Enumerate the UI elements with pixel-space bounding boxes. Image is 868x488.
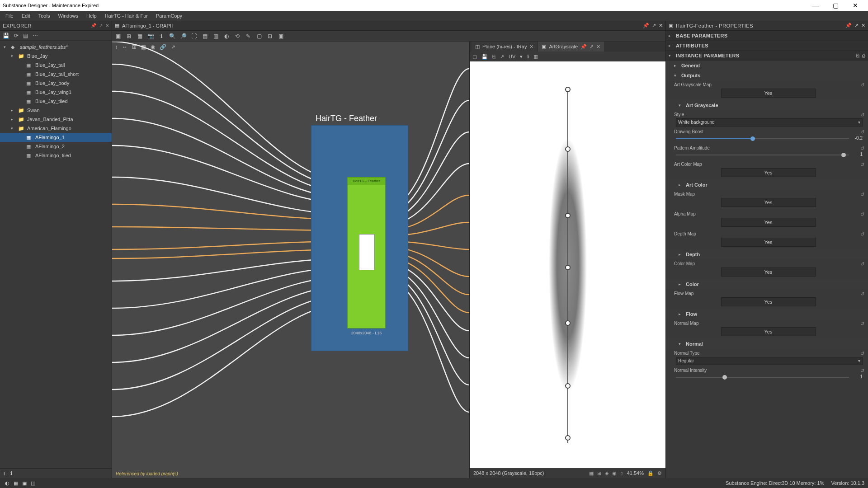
share-icon[interactable]: ↗	[500, 54, 504, 60]
tool-icon[interactable]: ⊞	[126, 33, 132, 39]
tree-folder[interactable]: ▾ 📁 Blue_Jay	[0, 52, 112, 61]
spline-handle[interactable]	[565, 146, 571, 152]
align-icon[interactable]: ↔	[122, 44, 127, 50]
maximize-button[interactable]: ▢	[826, 2, 845, 9]
reset-icon[interactable]: ↺	[860, 145, 864, 151]
tool-icon[interactable]: ○	[620, 470, 623, 476]
reset-icon[interactable]: ↺	[860, 368, 864, 374]
subsection-depth[interactable]: ▸Depth	[666, 249, 868, 259]
chevron-right-icon[interactable]: ▸	[11, 108, 15, 113]
chevron-right-icon[interactable]: ▸	[11, 117, 15, 122]
close-icon[interactable]: ✕	[861, 23, 865, 28]
subsection-normal[interactable]: ▾Normal	[666, 339, 868, 349]
tool-icon[interactable]: ⟲	[234, 33, 241, 39]
tree-item[interactable]: ▦Blue_Jay_wing1	[0, 88, 112, 97]
lock-icon[interactable]: 🔒	[647, 470, 654, 476]
reset-icon[interactable]: ↺	[860, 192, 864, 197]
tool-icon[interactable]: ▣	[115, 33, 121, 39]
viewer-tab-2d[interactable]: ▣ ArtGrayscale 📌 ↗ ✕	[538, 42, 604, 52]
tool-icon[interactable]: ▢	[256, 33, 262, 39]
toggle-button[interactable]: Yes	[721, 238, 816, 247]
viewer-tab-3d[interactable]: ◫ Plane (hi-res) - IRay ✕	[472, 42, 537, 52]
menu-windows[interactable]: Windows	[54, 12, 82, 19]
popout-icon[interactable]: ↗	[590, 44, 594, 50]
camera-icon[interactable]: 📷	[147, 33, 154, 39]
menu-tools[interactable]: Tools	[35, 12, 54, 19]
close-icon[interactable]: ✕	[105, 23, 109, 28]
refresh-icon[interactable]: ⟳	[14, 33, 19, 39]
spline-handle[interactable]	[565, 265, 571, 270]
section-base[interactable]: ▸BASE PARAMETERS	[666, 31, 868, 41]
viewer-canvas[interactable]	[470, 61, 665, 468]
reset-icon[interactable]: ↺	[860, 321, 864, 327]
popout-icon[interactable]: ↗	[99, 23, 103, 28]
normal-intensity-slider[interactable]: 1	[676, 374, 863, 380]
drawing-boost-slider[interactable]: -0.2	[676, 136, 863, 142]
tool-icon[interactable]: ◐	[223, 33, 230, 39]
toggle-button[interactable]: Yes	[721, 168, 816, 177]
chevron-right-icon[interactable]: ▸	[679, 282, 683, 286]
properties-body[interactable]: ▸BASE PARAMETERS ▸ATTRIBUTES ▾INSTANCE P…	[666, 31, 868, 478]
new-icon[interactable]: ▢	[472, 54, 477, 60]
settings-icon[interactable]: ⚙	[657, 470, 662, 476]
chevron-down-icon[interactable]: ▾	[4, 45, 8, 49]
reset-icon[interactable]: ↺	[860, 162, 864, 168]
snap-icon[interactable]: ⊞	[132, 44, 137, 50]
link-icon[interactable]: 🔗	[160, 44, 166, 50]
chevron-down-icon[interactable]: ▾	[11, 54, 15, 58]
chevron-right-icon[interactable]: ▸	[679, 312, 683, 316]
menu-help[interactable]: Help	[83, 12, 100, 19]
tool-icon[interactable]: ▤	[202, 33, 208, 39]
tool-icon[interactable]: ◉	[151, 44, 155, 50]
popout-icon[interactable]: ↗	[652, 23, 656, 28]
spline-handle[interactable]	[565, 383, 571, 389]
menu-paramcopy[interactable]: ParamCopy	[152, 12, 186, 19]
reset-icon[interactable]: ↺	[860, 231, 864, 237]
reset-icon[interactable]: ↺	[860, 112, 864, 118]
section-attributes[interactable]: ▸ATTRIBUTES	[666, 41, 868, 51]
subsection-flow[interactable]: ▸Flow	[666, 309, 868, 319]
menu-hairtg[interactable]: HairTG - Hair & Fur	[101, 12, 151, 19]
tree-item-selected[interactable]: ▦AFlamingo_1	[0, 133, 112, 142]
close-icon[interactable]: ✕	[596, 44, 600, 50]
paste-icon[interactable]: ⎙	[862, 53, 865, 58]
info-icon[interactable]: ℹ	[10, 470, 12, 476]
text-icon[interactable]: T	[3, 471, 6, 476]
align-icon[interactable]: ↕	[115, 44, 118, 50]
chevron-down-icon[interactable]: ▾	[679, 103, 683, 108]
tree-folder[interactable]: ▾ 📁 American_Flamingo	[0, 124, 112, 133]
chevron-down-icon[interactable]: ▾	[11, 126, 15, 131]
popout-icon[interactable]: ↗	[854, 23, 859, 28]
zoom-in-icon[interactable]: 🔍	[169, 33, 175, 39]
histogram-icon[interactable]: ▥	[533, 54, 538, 60]
close-icon[interactable]: ✕	[659, 23, 663, 28]
status-icon[interactable]: ▣	[21, 480, 28, 486]
tree-folder[interactable]: ▸ 📁 Swan	[0, 106, 112, 115]
pen-icon[interactable]: ✎	[245, 33, 251, 39]
chevron-right-icon[interactable]: ▸	[669, 43, 673, 48]
tree-item[interactable]: ▦Blue_Jay_body	[0, 79, 112, 88]
reset-icon[interactable]: ↺	[860, 211, 864, 217]
status-icon[interactable]: ▦	[12, 480, 19, 486]
save-icon[interactable]: 💾	[481, 54, 488, 60]
grid-icon[interactable]: ▦	[589, 470, 594, 476]
tree-folder[interactable]: ▸ 📁 Javan_Banded_Pitta	[0, 115, 112, 124]
tree-root[interactable]: ▾ ◆ sample_feathers.sbs*	[0, 42, 112, 52]
pin-icon[interactable]: 📌	[580, 44, 587, 50]
close-button[interactable]: ✕	[845, 2, 865, 9]
subsection-general[interactable]: ▸General	[666, 61, 868, 70]
zoom-out-icon[interactable]: 🔎	[180, 33, 186, 39]
info-icon[interactable]: ℹ	[527, 54, 529, 60]
reset-icon[interactable]: ↺	[860, 351, 864, 357]
subsection-color[interactable]: ▸Color	[666, 279, 868, 289]
pattern-amp-slider[interactable]: 1	[676, 152, 863, 158]
subsection-art-grayscale[interactable]: ▾Art Grayscale	[666, 100, 868, 110]
chevron-down-icon[interactable]: ▾	[674, 73, 679, 78]
toggle-button[interactable]: Yes	[721, 297, 816, 306]
pin-icon[interactable]: 📌	[643, 23, 649, 28]
pin-icon[interactable]: 📌	[845, 23, 852, 28]
tool-icon[interactable]: ◈	[605, 470, 609, 476]
info-icon[interactable]: ℹ	[158, 33, 165, 39]
tool-icon[interactable]: ⊡	[267, 33, 273, 39]
tool-icon[interactable]: ▦	[137, 33, 143, 39]
